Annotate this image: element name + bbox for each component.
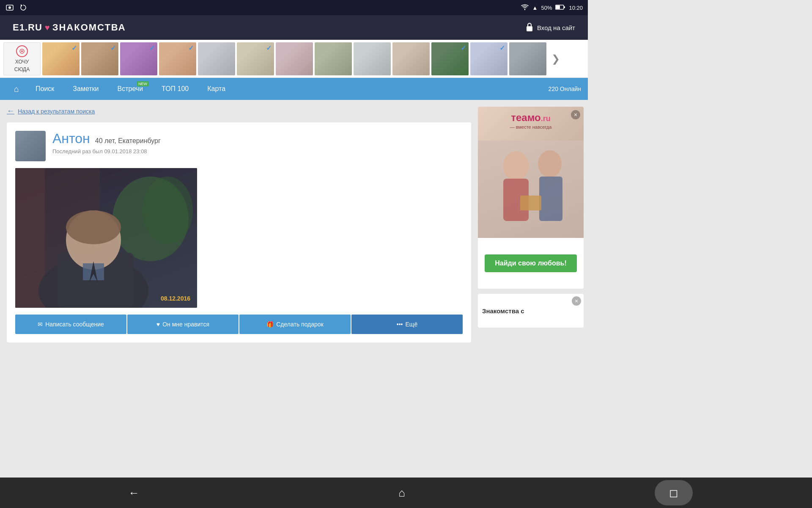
teamo-logo: теамо.ru xyxy=(511,112,551,124)
gift-button[interactable]: 🎁 Сделать подарок xyxy=(239,315,351,334)
main-area: ← Назад к результатам поиска Антон 40 ле… xyxy=(0,100,588,342)
back-link-text[interactable]: Назад к результатам поиска xyxy=(18,108,95,115)
logo-e1: E1.RU xyxy=(13,22,42,33)
login-label[interactable]: Вход на сайт xyxy=(537,24,575,31)
message-icon: ✉ xyxy=(38,321,43,328)
znakomstva-ad-close[interactable]: × xyxy=(572,296,581,306)
svg-rect-25 xyxy=(520,196,541,210)
clock: 10:20 xyxy=(569,5,583,11)
want-label-top: ХОЧУ xyxy=(15,59,29,65)
story-avatar-4[interactable]: ✓ xyxy=(159,42,196,75)
nav-bar: ⌂ Поиск Заметки Встречи NEW ТОП 100 Карт… xyxy=(0,78,588,100)
heart-icon: ♥ xyxy=(156,321,160,328)
svg-point-23 xyxy=(538,150,562,177)
story-avatar-5[interactable] xyxy=(198,42,235,75)
profile-main-photo[interactable]: 08.12.2016 xyxy=(15,168,197,308)
profile-age-city: 40 лет, Екатеринбург xyxy=(95,137,161,145)
profile-last-seen: Последний раз был 09.01.2018 23:08 xyxy=(52,148,161,155)
content-panel: ← Назад к результатам поиска Антон 40 ле… xyxy=(0,100,478,342)
back-link[interactable]: ← Назад к результатам поиска xyxy=(7,107,471,116)
stories-want-button[interactable]: ХОЧУ СЮДА xyxy=(3,42,41,75)
online-count: 220 Онлайн xyxy=(549,86,581,92)
story-avatar-3[interactable]: ✓ xyxy=(120,42,157,75)
svg-rect-5 xyxy=(564,6,565,8)
nav-item-notes[interactable]: Заметки xyxy=(63,78,108,100)
profile-name: Антон xyxy=(52,131,90,146)
story-avatar-1[interactable]: ✓ xyxy=(42,42,80,75)
status-bar-left xyxy=(5,3,28,12)
like-button[interactable]: ♥ Он мне нравится xyxy=(127,315,239,334)
story-avatar-8[interactable] xyxy=(315,42,352,75)
lock-icon xyxy=(525,22,534,33)
znakomstva-ad: × Знакомства с xyxy=(478,294,584,328)
svg-rect-20 xyxy=(478,141,584,238)
want-circle-icon xyxy=(16,45,28,57)
stories-next-button[interactable]: ❯ xyxy=(548,42,563,75)
new-badge: NEW xyxy=(137,81,149,86)
story-avatar-10[interactable] xyxy=(392,42,430,75)
nav-item-top100[interactable]: ТОП 100 xyxy=(152,78,198,100)
svg-rect-6 xyxy=(527,26,532,31)
svg-point-1 xyxy=(8,6,11,9)
profile-name-block: Антон 40 лет, Екатеринбург Последний раз… xyxy=(52,131,161,155)
logo-znakomstva: ЗНАКОМСТВА xyxy=(52,22,126,33)
nav-item-search[interactable]: Поиск xyxy=(26,78,63,100)
teamo-ad-close[interactable]: × xyxy=(571,110,580,119)
check-icon: ✓ xyxy=(149,44,155,52)
profile-thumb-image xyxy=(15,131,46,161)
svg-rect-24 xyxy=(539,177,562,221)
svg-point-17 xyxy=(66,210,121,244)
login-link[interactable]: Вход на сайт xyxy=(525,22,575,33)
story-avatar-7[interactable] xyxy=(276,42,313,75)
teamo-cta-button[interactable]: Найди свою любовь! xyxy=(485,254,576,272)
profile-thumbnail[interactable] xyxy=(15,131,46,161)
story-avatar-9[interactable] xyxy=(354,42,391,75)
check-icon: ✓ xyxy=(71,44,77,52)
svg-rect-4 xyxy=(556,6,560,9)
story-avatar-13[interactable] xyxy=(509,42,546,75)
status-bar-right: ▲ 50% 10:20 xyxy=(521,4,583,12)
svg-point-8 xyxy=(21,50,23,52)
teamo-cta-area: Найди свою любовь! xyxy=(478,238,584,289)
teamo-tagline: — вместе навсегда xyxy=(510,124,552,130)
znakomstva-ad-text: Знакомства с xyxy=(482,307,524,315)
check-icon: ✓ xyxy=(499,44,505,52)
photo-date: 08.12.2016 xyxy=(161,295,190,302)
teamo-ad: × теамо.ru — вместе навсегда xyxy=(478,107,584,289)
want-label-bottom: СЮДА xyxy=(14,66,30,72)
profile-header: Антон 40 лет, Екатеринбург Последний раз… xyxy=(15,131,463,161)
battery-percent: 50% xyxy=(541,5,552,11)
story-avatar-12[interactable]: ✓ xyxy=(470,42,508,75)
check-icon: ✓ xyxy=(461,44,466,52)
action-bar: ✉ Написать сообщение ♥ Он мне нравится 🎁… xyxy=(15,315,463,334)
teamo-couple-image xyxy=(478,141,584,238)
status-bar: ▲ 50% 10:20 xyxy=(0,0,588,15)
site-header: E1.RU ♥ ЗНАКОМСТВА Вход на сайт xyxy=(0,15,588,40)
gift-icon: 🎁 xyxy=(266,321,274,328)
battery-icon xyxy=(555,4,565,11)
nav-home-button[interactable]: ⌂ xyxy=(7,78,26,100)
signal-icon: ▲ xyxy=(532,5,538,11)
more-button[interactable]: ••• Ещё xyxy=(351,315,463,334)
story-avatar-2[interactable]: ✓ xyxy=(81,42,118,75)
write-message-button[interactable]: ✉ Написать сообщение xyxy=(15,315,126,334)
site-logo: E1.RU ♥ ЗНАКОМСТВА xyxy=(13,22,126,33)
nav-item-meetings[interactable]: Встречи NEW xyxy=(108,78,153,100)
back-arrow-icon: ← xyxy=(7,107,14,116)
more-icon: ••• xyxy=(397,321,403,328)
logo-heart-icon: ♥ xyxy=(45,23,50,33)
story-avatar-11[interactable]: ✓ xyxy=(431,42,469,75)
refresh-icon xyxy=(19,3,28,12)
check-icon: ✓ xyxy=(266,44,272,52)
nav-item-map[interactable]: Карта xyxy=(198,78,235,100)
check-icon: ✓ xyxy=(188,44,194,52)
svg-marker-2 xyxy=(21,4,22,7)
svg-point-21 xyxy=(503,151,529,181)
wifi-icon xyxy=(521,4,529,12)
teamo-ad-background: теамо.ru — вместе навсегда xyxy=(478,107,584,238)
profile-card: Антон 40 лет, Екатеринбург Последний раз… xyxy=(7,122,471,342)
check-icon: ✓ xyxy=(110,44,116,52)
story-avatar-6[interactable]: ✓ xyxy=(237,42,274,75)
svg-point-11 xyxy=(142,177,193,244)
stories-row: ХОЧУ СЮДА ✓ ✓ ✓ ✓ ✓ ✓ ✓ xyxy=(0,40,588,78)
